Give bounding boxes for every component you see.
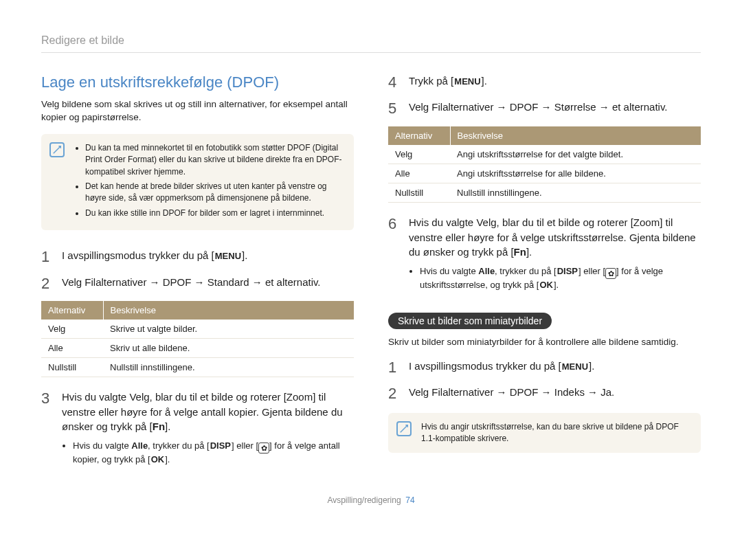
th-alternativ: Alternativ [388, 126, 450, 145]
step-text: ]. [165, 421, 170, 432]
note-item: Du kan ta med minnekortet til en fotobut… [85, 142, 344, 178]
pill-desc: Skriv ut bilder som miniatyrbilder for å… [388, 336, 701, 349]
step-number: 6 [388, 215, 402, 295]
subsection-pill: Skrive ut bilder som miniatyrbilder [388, 313, 552, 329]
step-text: I avspillingsmodus trykker du på [ [409, 360, 561, 372]
content-columns: Lage en utskriftsrekkefølge (DPOF) Velg … [41, 74, 701, 478]
page-title: Lage en utskriftsrekkefølge (DPOF) [41, 74, 354, 91]
macro-icon: ✿ [605, 268, 616, 279]
mini-step-1: 1 I avspillingsmodus trykker du på [MENU… [388, 359, 701, 377]
note-icon [49, 142, 65, 157]
step-4: 4 Trykk på [MENU]. [388, 74, 701, 91]
step-1: 1 I avspillingsmodus trykker du på [MENU… [41, 248, 354, 266]
ok-badge: OK [539, 279, 554, 292]
footer-section: Avspilling/redigering [327, 495, 401, 505]
menu-badge: MENU [453, 76, 481, 89]
table-row: NullstillNullstill innstillingene. [41, 357, 354, 377]
th-beskrivelse: Beskrivelse [450, 126, 701, 145]
table-row: AlleSkriv ut alle bildene. [41, 338, 354, 357]
footer-page: 74 [405, 495, 414, 505]
step-number: 4 [388, 74, 402, 91]
step-text: Velg Filalternativer → DPOF → Indeks → J… [409, 385, 701, 403]
step-number: 2 [41, 275, 55, 293]
step-number: 1 [388, 359, 402, 377]
sub-item: Hvis du valgte Alle, trykker du på [DISP… [73, 440, 354, 467]
step-number: 5 [388, 100, 402, 117]
info-note-2: Hvis du angir utskriftsstørrelse, kan du… [388, 413, 701, 453]
table-row: VelgAngi utskriftsstørrelse for det valg… [388, 145, 701, 164]
page-footer: Avspilling/redigering 74 [41, 495, 701, 505]
note-item: Du kan ikke stille inn DPOF for bilder s… [85, 208, 344, 219]
menu-badge: MENU [214, 250, 242, 263]
right-column: 4 Trykk på [MENU]. 5 Velg Filalternative… [388, 74, 701, 478]
table-row: AlleAngi utskriftsstørrelse for alle bil… [388, 164, 701, 183]
table-row: VelgSkrive ut valgte bilder. [41, 320, 354, 339]
step-3: 3 Hvis du valgte Velg, blar du til et bi… [41, 390, 354, 469]
menu-badge: MENU [561, 361, 589, 374]
step-text: ]. [482, 75, 487, 87]
step-text: Hvis du valgte Velg, blar du til et bild… [409, 216, 696, 258]
intro-text: Velg bildene som skal skrives ut og stil… [41, 98, 354, 124]
step-6: 6 Hvis du valgte Velg, blar du til et bi… [388, 215, 701, 295]
step-text: I avspillingsmodus trykker du på [ [62, 249, 214, 261]
info-note: Du kan ta med minnekortet til en fotobut… [41, 134, 354, 230]
step-number: 1 [41, 248, 55, 266]
th-beskrivelse: Beskrivelse [103, 301, 354, 320]
step-text: ]. [589, 360, 594, 372]
left-column: Lage en utskriftsrekkefølge (DPOF) Velg … [41, 74, 354, 478]
disp-badge: DISP [210, 440, 232, 453]
th-alternativ: Alternativ [41, 301, 103, 320]
note-icon [396, 421, 412, 436]
step-text: Velg Filalternativer → DPOF → Standard →… [62, 275, 354, 293]
step-text: Trykk på [ [409, 75, 453, 87]
sub-item: Hvis du valgte Alle, trykker du på [DISP… [420, 265, 701, 292]
macro-icon: ✿ [258, 443, 269, 453]
fn-badge: Fn [514, 246, 526, 258]
step-5: 5 Velg Filalternativer → DPOF → Størrels… [388, 100, 701, 117]
step-text: ]. [526, 246, 532, 258]
step-number: 3 [41, 390, 55, 469]
fn-badge: Fn [153, 421, 165, 432]
note-text: Hvis du angir utskriftsstørrelse, kan du… [421, 422, 679, 443]
options-table-standard: Alternativ Beskrivelse VelgSkrive ut val… [41, 301, 354, 377]
step-2: 2 Velg Filalternativer → DPOF → Standard… [41, 275, 354, 293]
step-text: ]. [242, 249, 247, 261]
step-text: Hvis du valgte Velg, blar du til et bild… [62, 391, 343, 433]
ok-badge: OK [150, 453, 166, 467]
breadcrumb: Redigere et bilde [41, 34, 701, 53]
options-table-size: Alternativ Beskrivelse VelgAngi utskrift… [388, 126, 701, 203]
disp-badge: DISP [556, 265, 578, 278]
step-text: Velg Filalternativer → DPOF → Størrelse … [409, 100, 701, 117]
note-item: Det kan hende at brede bilder skrives ut… [85, 181, 344, 205]
table-row: NullstillNullstill innstillingene. [388, 183, 701, 202]
step-number: 2 [388, 385, 402, 403]
mini-step-2: 2 Velg Filalternativer → DPOF → Indeks →… [388, 385, 701, 403]
